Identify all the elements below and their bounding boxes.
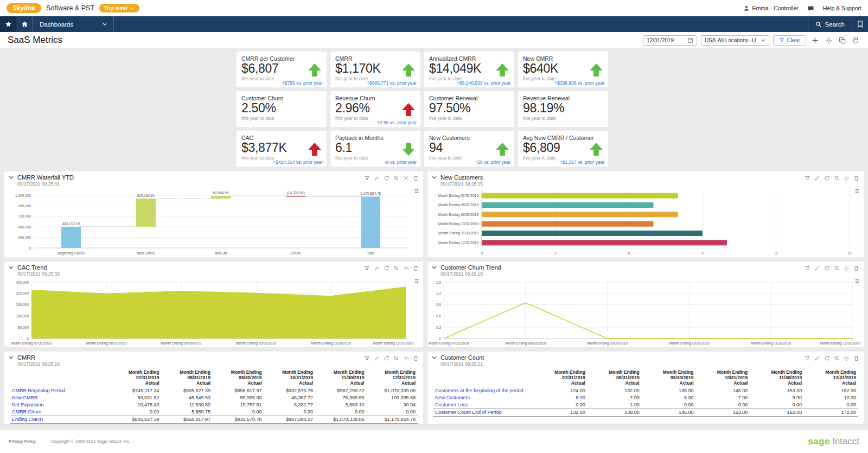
filter-icon[interactable]	[805, 175, 810, 181]
feedback-button[interactable]	[807, 5, 814, 12]
kpi-tile[interactable]: New CMRR $640K this year to date +$398,9…	[518, 52, 608, 87]
kpi-tile[interactable]: Revenue Churn 2.96% this year to date +2…	[330, 91, 420, 127]
table-cell: 9.00	[750, 394, 804, 401]
add-component-button[interactable]	[810, 35, 820, 45]
user-menu[interactable]: Emma - Controller	[743, 5, 799, 11]
search-button[interactable]: Search	[808, 16, 852, 32]
row-label-link[interactable]: Customer Loss	[435, 402, 468, 407]
collapse-chevron-icon[interactable]	[9, 176, 14, 179]
kpi-tile[interactable]: CMRR $1,170K this year to date +$686,771…	[330, 52, 420, 87]
settings-icon[interactable]	[844, 175, 850, 181]
dashboard-settings-button[interactable]	[824, 35, 833, 45]
home-button[interactable]	[16, 16, 33, 32]
skyline-logo[interactable]: Skyline	[7, 3, 41, 13]
refresh-icon[interactable]	[384, 265, 390, 271]
delete-icon[interactable]	[853, 355, 859, 361]
kpi-tile[interactable]: Customer Churn 2.50% this year to date	[237, 91, 327, 127]
edit-icon[interactable]	[814, 175, 820, 181]
kpi-tile[interactable]: CAC $3,877K this year to date +$424,314 …	[237, 131, 327, 167]
row-label-link[interactable]: Net Expansion	[12, 402, 44, 407]
edit-icon[interactable]	[374, 265, 380, 271]
chart-context-menu-icon[interactable]	[854, 278, 860, 284]
delete-icon[interactable]	[853, 175, 859, 181]
table-cell: 0.00	[804, 401, 858, 409]
zoom-icon[interactable]	[393, 355, 399, 361]
row-label-link[interactable]: Customers at the beginning of the period	[435, 388, 524, 393]
filter-icon[interactable]	[805, 265, 810, 271]
chevron-down-icon	[130, 7, 135, 10]
edit-icon[interactable]	[814, 265, 820, 271]
help-link[interactable]: Help & Support	[823, 5, 861, 11]
row-label-link[interactable]: Ending CMRR	[12, 417, 43, 422]
row-label-link[interactable]: CMRR Churn	[12, 409, 41, 414]
entity-selector[interactable]: Top level	[99, 4, 139, 12]
row-label-link[interactable]: CMRR Beginning Period	[12, 388, 65, 393]
zoom-icon[interactable]	[393, 175, 399, 181]
dashboards-menu[interactable]: Dashboards	[33, 16, 114, 32]
user-name: Emma - Controller	[752, 5, 799, 11]
cac-trend-chart[interactable]: 080,000160,000240,000320,000400,000Month…	[4, 278, 423, 347]
panel-timestamp: 09/17/2021 09:25:18	[17, 361, 60, 367]
print-button[interactable]	[851, 35, 860, 45]
bookmark-button[interactable]	[852, 16, 868, 32]
filter-icon[interactable]	[805, 355, 810, 361]
refresh-icon[interactable]	[824, 265, 830, 271]
row-label-link[interactable]: Customer Count End of Period	[435, 410, 502, 415]
refresh-icon[interactable]	[824, 175, 830, 181]
filter-icon[interactable]	[364, 265, 370, 271]
kpi-tile[interactable]: Payback in Months 6.1 this year to date …	[330, 131, 420, 167]
kpi-tile[interactable]: CMRR per Customer $6,807 this year to da…	[237, 52, 327, 87]
kpi-tile[interactable]: New Customers 94 this year to date +50 v…	[424, 131, 514, 167]
delete-icon[interactable]	[413, 355, 419, 361]
edit-icon[interactable]	[374, 175, 380, 181]
zoom-icon[interactable]	[834, 175, 840, 181]
table-cell: 76,385.69	[315, 394, 367, 401]
zoom-icon[interactable]	[393, 265, 399, 271]
collapse-chevron-icon[interactable]	[432, 266, 437, 269]
refresh-icon[interactable]	[824, 355, 830, 361]
table-cell: 7.00	[588, 394, 642, 401]
clear-filters-button[interactable]: Clear	[773, 35, 806, 46]
edit-icon[interactable]	[814, 355, 820, 361]
chart-context-menu-icon[interactable]	[414, 278, 419, 284]
edit-icon[interactable]	[374, 355, 380, 361]
delete-icon[interactable]	[413, 175, 419, 181]
kpi-tile[interactable]: Customer Renewal 97.50% this year to dat…	[424, 91, 514, 127]
star-icon	[5, 21, 12, 28]
collapse-chevron-icon[interactable]	[9, 266, 14, 269]
delete-icon[interactable]	[853, 265, 859, 271]
customer-churn-trend-chart[interactable]: 00.30.60.91.21.5Month Ending 07/31/2019M…	[427, 278, 864, 347]
chart-context-menu-icon[interactable]	[414, 188, 419, 194]
collapse-chevron-icon[interactable]	[9, 356, 14, 359]
filter-icon[interactable]	[364, 175, 370, 181]
refresh-icon[interactable]	[384, 175, 390, 181]
favorites-button[interactable]	[0, 16, 16, 32]
row-label-link[interactable]: New Customers	[435, 395, 470, 400]
row-label-link[interactable]: New CMRR	[12, 395, 38, 400]
privacy-policy-link[interactable]: Privacy Policy	[9, 439, 36, 444]
collapse-chevron-icon[interactable]	[432, 176, 437, 179]
settings-icon[interactable]	[403, 265, 409, 271]
zoom-icon[interactable]	[834, 265, 840, 271]
report-date-input[interactable]: 12/31/2019	[643, 35, 697, 46]
kpi-tile[interactable]: Revenue Renewal 98.19% this year to date	[518, 91, 608, 127]
table-cell: 100,395.68	[367, 394, 418, 401]
kpi-tile[interactable]: Avg New CMRR / Customer $6,809 this year…	[518, 131, 608, 167]
filter-icon[interactable]	[364, 355, 370, 361]
settings-icon[interactable]	[403, 175, 409, 181]
new-customers-chart[interactable]: 03691215Month Ending 07/31/2019Month End…	[427, 188, 864, 257]
refresh-icon[interactable]	[384, 355, 390, 361]
location-select[interactable]: USA-All Locations--U	[701, 35, 769, 46]
cmrr-waterfall-chart[interactable]: 0240,000480,000720,000960,0001,200,00048…	[4, 188, 423, 257]
delete-icon[interactable]	[413, 265, 419, 271]
chart-context-menu-icon[interactable]	[854, 188, 860, 194]
collapse-chevron-icon[interactable]	[432, 356, 437, 359]
duplicate-button[interactable]	[837, 35, 847, 45]
zoom-icon[interactable]	[834, 355, 840, 361]
kpi-tile[interactable]: Annualized CMRR $14,049K this year to da…	[424, 52, 514, 87]
panel-title: CAC Trend	[17, 264, 60, 271]
settings-icon[interactable]	[844, 265, 850, 271]
svg-text:1,170,824.78: 1,170,824.78	[360, 192, 381, 195]
settings-icon[interactable]	[844, 355, 850, 361]
settings-icon[interactable]	[403, 355, 409, 361]
